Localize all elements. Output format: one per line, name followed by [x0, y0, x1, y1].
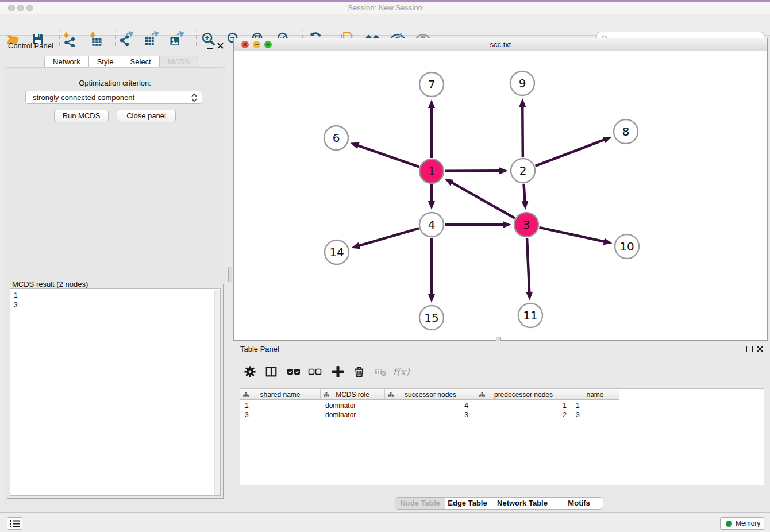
chevron-up-down-icon	[191, 92, 198, 103]
export-table-icon[interactable]	[143, 30, 160, 48]
column-header-MCDS-role[interactable]: MCDS role	[321, 389, 385, 400]
arrowhead-3-1	[445, 179, 454, 186]
tab-motifs[interactable]: Motifs	[555, 498, 603, 509]
column-header-label: name	[586, 391, 603, 399]
delete-column-icon	[372, 364, 388, 380]
import-table-icon[interactable]	[87, 30, 104, 48]
float-panel-icon[interactable]	[207, 43, 213, 49]
optimization-criterion-label: Optimization criterion:	[5, 79, 225, 87]
horizontal-splitter-handle[interactable]	[228, 267, 232, 282]
float-table-panel-icon[interactable]	[746, 346, 753, 352]
network-window-titlebar[interactable]: scc.txt	[234, 38, 767, 51]
node-label-3: 3	[523, 218, 530, 232]
run-mcds-button[interactable]: Run MCDS	[54, 110, 109, 122]
column-type-icon	[479, 392, 485, 397]
vertical-splitter-handle[interactable]	[496, 337, 501, 341]
node-label-9: 9	[519, 76, 526, 90]
gear-icon[interactable]	[242, 364, 258, 380]
node-label-2: 2	[519, 164, 527, 178]
export-image-icon[interactable]	[168, 30, 185, 48]
export-network-icon[interactable]	[118, 30, 135, 48]
result-scrollbar[interactable]	[214, 290, 220, 495]
close-panel-icon[interactable]	[217, 43, 224, 49]
column-header-name[interactable]: name	[571, 389, 619, 400]
column-type-icon	[243, 392, 249, 397]
edge-3-10[interactable]	[539, 228, 605, 242]
node-label-6: 6	[333, 131, 340, 145]
column-type-icon	[324, 392, 329, 397]
node-label-7: 7	[428, 78, 436, 91]
table-cell[interactable]: 2	[476, 410, 571, 419]
status-bar: Memory	[0, 512, 770, 532]
arrowhead-1-6	[351, 142, 360, 149]
arrowhead-2-8	[603, 137, 612, 143]
tab-edge-table[interactable]: Edge Table	[445, 498, 490, 509]
table-panel-title: Table Panel	[240, 345, 279, 353]
optimization-dropdown[interactable]: strongly connected component	[25, 91, 202, 104]
arrowhead-1-4	[428, 201, 435, 210]
main-toolbar	[0, 14, 770, 36]
table-cell[interactable]: 3	[385, 410, 476, 419]
edge-4-14[interactable]	[357, 228, 418, 246]
columns-icon[interactable]	[263, 364, 279, 380]
table-cell[interactable]: dominator	[321, 410, 385, 419]
memory-label: Memory	[736, 519, 760, 527]
edge-2-8[interactable]	[536, 139, 606, 165]
task-history-button[interactable]	[7, 517, 22, 530]
edge-2-9[interactable]	[522, 105, 523, 157]
network-canvas[interactable]: 7968124314101511	[234, 51, 767, 340]
window-title: Session: New Session	[0, 2, 770, 14]
toolbar-separator	[196, 30, 197, 47]
tab-mcds[interactable]: MCDS	[159, 56, 198, 68]
result-line: 3	[14, 300, 18, 310]
node-table: shared nameMCDS rolesuccessor nodesprede…	[240, 388, 764, 485]
edge-1-2[interactable]	[445, 171, 501, 171]
table-cell[interactable]: 4	[385, 401, 476, 410]
trash-icon[interactable]	[351, 364, 367, 380]
table-cell[interactable]: 1	[240, 401, 321, 410]
function-icon: f(x)	[393, 364, 409, 380]
edge-3-11[interactable]	[527, 238, 529, 294]
arrowhead-2-3	[521, 201, 528, 210]
node-label-8: 8	[622, 125, 630, 138]
table-cell[interactable]: 1	[476, 401, 571, 410]
deselect-all-icon[interactable]	[307, 364, 323, 380]
result-line: 1	[14, 291, 18, 300]
tab-select[interactable]: Select	[122, 56, 160, 68]
column-header-successor-nodes[interactable]: successor nodes	[385, 389, 476, 400]
column-header-label: shared name	[260, 391, 300, 399]
select-all-icon[interactable]	[286, 364, 302, 380]
table-cell[interactable]: 3	[571, 410, 619, 419]
column-header-shared-name[interactable]: shared name	[240, 389, 321, 400]
tab-node-table[interactable]: Node Table	[395, 498, 445, 509]
tab-network-table[interactable]: Network Table	[490, 498, 555, 509]
optimization-dropdown-value: strongly connected component	[33, 93, 134, 102]
table-cell[interactable]: dominator	[321, 401, 385, 410]
node-label-1: 1	[428, 164, 436, 178]
close-panel-button[interactable]: Close panel	[117, 110, 176, 122]
arrowhead-2-9	[519, 98, 526, 107]
edge-1-6[interactable]	[357, 145, 419, 167]
node-label-10: 10	[619, 240, 634, 253]
memory-button[interactable]: Memory	[720, 517, 764, 530]
arrowhead-1-7	[428, 99, 435, 108]
edge-2-3[interactable]	[523, 184, 525, 203]
control-panel-tabs: NetworkStyleSelectMCDS	[45, 56, 198, 68]
column-header-predecessor-nodes[interactable]: predecessor nodes	[476, 389, 571, 400]
node-label-15: 15	[424, 311, 438, 325]
import-network-icon[interactable]	[60, 30, 78, 48]
close-table-panel-icon[interactable]	[757, 346, 763, 352]
arrowhead-4-15	[428, 294, 435, 303]
mcds-result-textarea[interactable]: 13	[10, 288, 221, 496]
table-cell[interactable]: 3	[240, 410, 321, 419]
node-label-14: 14	[329, 245, 344, 259]
add-icon[interactable]	[330, 364, 346, 380]
arrowhead-3-10	[603, 238, 613, 245]
column-type-icon	[388, 392, 394, 397]
application-window: Session: New Session	[0, 0, 770, 532]
table-cell[interactable]: 1	[571, 401, 619, 410]
tab-network[interactable]: Network	[44, 56, 89, 68]
column-header-label: predecessor nodes	[494, 391, 553, 399]
tab-style[interactable]: Style	[88, 56, 122, 68]
edge-3-1[interactable]	[451, 182, 515, 218]
